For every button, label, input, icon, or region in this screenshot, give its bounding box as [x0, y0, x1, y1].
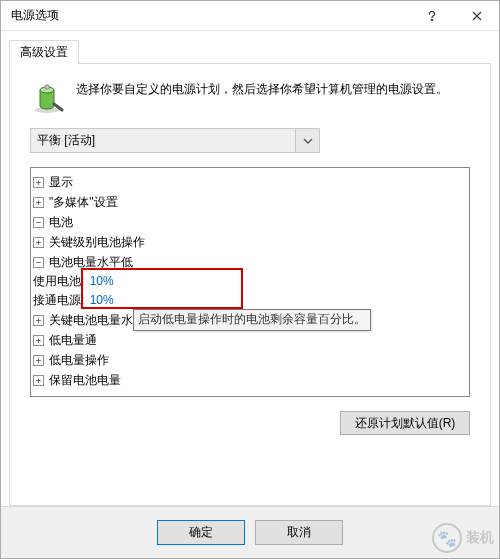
- collapse-icon[interactable]: −: [33, 257, 44, 268]
- plugged-in-value: 10%: [90, 291, 114, 310]
- tree-node-critical-level[interactable]: +关键电池电量水平: [33, 311, 145, 330]
- expand-icon[interactable]: +: [33, 237, 44, 248]
- collapse-icon[interactable]: −: [33, 217, 44, 228]
- power-plan-select[interactable]: 平衡 [活动]: [30, 128, 320, 153]
- window-title: 电源选项: [11, 7, 409, 24]
- ok-button[interactable]: 确定: [157, 520, 245, 545]
- tree-node-battery[interactable]: −电池: [33, 213, 73, 232]
- expand-icon[interactable]: +: [33, 197, 44, 208]
- title-bar: 电源选项: [1, 1, 499, 31]
- power-plan-value: 平衡 [活动]: [31, 132, 295, 149]
- intro-text: 选择你要自定义的电源计划，然后选择你希望计算机管理的电源设置。: [76, 80, 448, 99]
- close-button[interactable]: [454, 1, 499, 30]
- settings-tree[interactable]: +显示 +"多媒体"设置 −电池 +关键级别电池操作 −电池电量水平低 使用电池…: [30, 167, 470, 397]
- dialog-footer: 确定 取消: [1, 506, 499, 558]
- help-button[interactable]: [409, 1, 454, 30]
- tab-advanced-settings[interactable]: 高级设置: [9, 40, 79, 64]
- intro-row: 选择你要自定义的电源计划，然后选择你希望计算机管理的电源设置。: [30, 80, 470, 114]
- expand-icon[interactable]: +: [33, 355, 44, 366]
- expand-icon[interactable]: +: [33, 315, 44, 326]
- tree-node-reserve[interactable]: +保留电池电量: [33, 371, 121, 390]
- tree-leaf-on-battery[interactable]: 使用电池: 10%: [33, 272, 114, 291]
- cancel-button[interactable]: 取消: [255, 520, 343, 545]
- expand-icon[interactable]: +: [33, 177, 44, 188]
- battery-icon: [30, 80, 64, 114]
- svg-rect-3: [45, 85, 49, 89]
- tree-node-low-notify[interactable]: +低电量通: [33, 331, 97, 350]
- tooltip: 启动低电量操作时的电池剩余容量百分比。: [133, 309, 371, 331]
- restore-defaults-button[interactable]: 还原计划默认值(R): [340, 411, 470, 435]
- svg-point-0: [431, 19, 433, 21]
- tree-node-multimedia[interactable]: +"多媒体"设置: [33, 193, 118, 212]
- tab-panel: 选择你要自定义的电源计划，然后选择你希望计算机管理的电源设置。 平衡 [活动] …: [9, 63, 491, 506]
- expand-icon[interactable]: +: [33, 335, 44, 346]
- expand-icon[interactable]: +: [33, 375, 44, 386]
- tree-node-display[interactable]: +显示: [33, 173, 73, 192]
- tree-node-critical-action[interactable]: +关键级别电池操作: [33, 233, 145, 252]
- on-battery-value: 10%: [90, 272, 114, 291]
- chevron-down-icon: [295, 129, 319, 152]
- tree-node-low-action[interactable]: +低电量操作: [33, 351, 109, 370]
- tree-leaf-plugged-in[interactable]: 接通电源: 10%: [33, 291, 114, 310]
- tab-strip: 高级设置: [9, 39, 491, 63]
- tree-node-low-level[interactable]: −电池电量水平低: [33, 253, 133, 272]
